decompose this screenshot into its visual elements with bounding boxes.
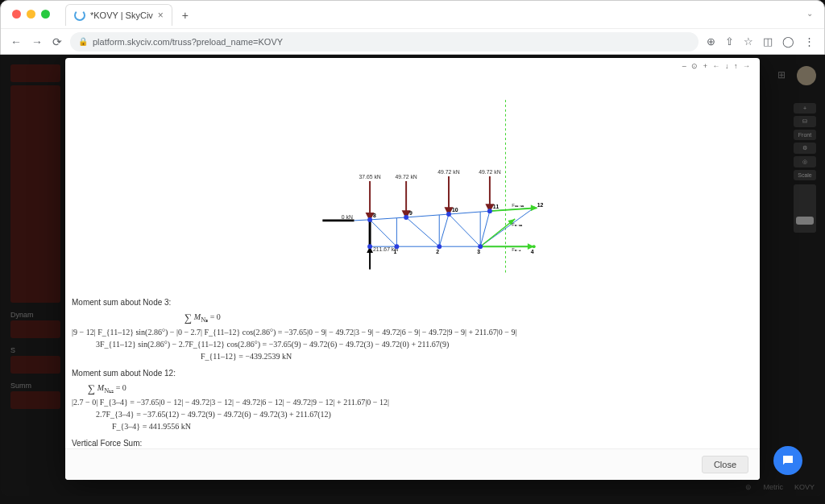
share-icon[interactable]: ⇧ [725, 35, 734, 48]
menu-icon[interactable]: ⋮ [804, 35, 815, 48]
svg-point-43 [367, 244, 372, 249]
back-button[interactable]: ← [10, 35, 22, 48]
chevron-down-icon[interactable]: ⌄ [806, 9, 813, 18]
eq-line: F_{11–12} = −439.2539 kN [72, 350, 750, 362]
search-icon[interactable]: ⊕ [707, 35, 715, 48]
svg-line-10 [449, 214, 480, 246]
svg-point-38 [533, 206, 536, 209]
svg-text:49.72 kN: 49.72 kN [395, 174, 417, 180]
svg-point-37 [487, 209, 492, 213]
browser-toolbar: ← → ⟳ 🔒 platform.skyciv.com/truss?preloa… [1, 28, 824, 54]
svg-text:8: 8 [373, 213, 376, 218]
svg-text:F₃₋₄: F₃₋₄ [512, 247, 521, 252]
window-controls [12, 10, 50, 19]
svg-point-34 [367, 217, 372, 222]
profile-icon[interactable]: ◯ [782, 35, 794, 48]
tab-close-icon[interactable]: × [158, 10, 164, 21]
svg-point-36 [446, 212, 451, 217]
close-button[interactable]: Close [702, 456, 748, 473]
forward-button[interactable]: → [31, 35, 43, 48]
svg-line-7 [370, 220, 396, 246]
modal-body: – ⊙ + ← ↓ ↑ → [65, 58, 760, 448]
url-text: platform.skyciv.com/truss?preload_name=K… [93, 37, 283, 47]
tab-title: *KOVY | SkyCiv [90, 10, 153, 20]
eq-line: ∑ MN₁₂ = 0 [72, 381, 750, 397]
svg-text:3: 3 [477, 249, 480, 254]
modal-footer: Close [65, 448, 760, 480]
extensions-icon[interactable]: ◫ [763, 35, 773, 48]
svg-line-8 [406, 217, 439, 246]
svg-text:4: 4 [531, 249, 534, 254]
new-tab-button[interactable]: + [182, 9, 189, 22]
address-bar[interactable]: 🔒 platform.skyciv.com/truss?preload_name… [70, 32, 699, 52]
lock-icon: 🔒 [78, 37, 88, 46]
eq-header: Moment sum about Node 12: [72, 367, 750, 379]
svg-text:10: 10 [452, 207, 458, 213]
calculation-modal: – ⊙ + ← ↓ ↑ → [65, 58, 760, 480]
zero-load-label: 0 kN [342, 214, 353, 220]
svg-point-42 [533, 245, 536, 248]
eq-line: F_{3–4} = 441.9556 kN [72, 420, 750, 432]
browser-tab[interactable]: *KOVY | SkyCiv × [65, 4, 172, 26]
svg-text:F₁₁₋₁₂: F₁₁₋₁₂ [512, 203, 524, 208]
svg-text:49.72 kN: 49.72 kN [479, 169, 500, 175]
chat-widget[interactable] [773, 446, 802, 475]
svg-text:2: 2 [436, 249, 439, 254]
app-background: ⊞ Dynam S Summ + ⛁ Front ⚙ ◎ Scale ⊚ Met… [1, 55, 824, 496]
favicon-icon [74, 10, 85, 21]
svg-text:1: 1 [393, 249, 396, 254]
svg-text:12: 12 [537, 202, 544, 208]
eq-header: Vertical Force Sum: [72, 437, 750, 448]
eq-line: ∑ MN₃ = 0 [72, 310, 750, 326]
eq-line: |9 − 12| F_{11–12} sin(2.86°) − |0 − 2.7… [72, 326, 750, 338]
browser-chrome: *KOVY | SkyCiv × + ⌄ ← → ⟳ 🔒 platform.sk… [0, 0, 825, 55]
minimize-window-icon[interactable] [27, 10, 35, 19]
eq-line: |2.7 − 0| F_{3–4} = −37.65|0 − 12| − 49.… [72, 396, 750, 408]
equations-block: Moment sum about Node 3: ∑ MN₃ = 0 |9 − … [72, 296, 750, 448]
svg-text:37.65 kN: 37.65 kN [359, 174, 380, 180]
close-window-icon[interactable] [12, 10, 21, 19]
eq-header: Moment sum about Node 3: [72, 296, 750, 308]
eq-line: 3F_{11–12} sin(2.86°) − 2.7F_{11–12} cos… [72, 338, 750, 350]
eq-line: 2.7F_{3–4} = −37.65(12) − 49.72(9) − 49.… [72, 408, 750, 420]
svg-text:11: 11 [493, 204, 500, 209]
svg-text:9: 9 [409, 210, 412, 216]
svg-text:49.72 kN: 49.72 kN [437, 169, 459, 175]
svg-line-9 [439, 214, 449, 246]
maximize-window-icon[interactable] [41, 10, 50, 19]
reload-button[interactable]: ⟳ [52, 35, 62, 48]
truss-diagram: 0 kN 37.65 kN 49.72 kN 49.72 kN 49.72 kN… [72, 66, 750, 291]
svg-point-35 [404, 215, 408, 220]
svg-text:F₃₋₁₂: F₃₋₁₂ [512, 222, 523, 227]
star-icon[interactable]: ☆ [744, 35, 753, 48]
